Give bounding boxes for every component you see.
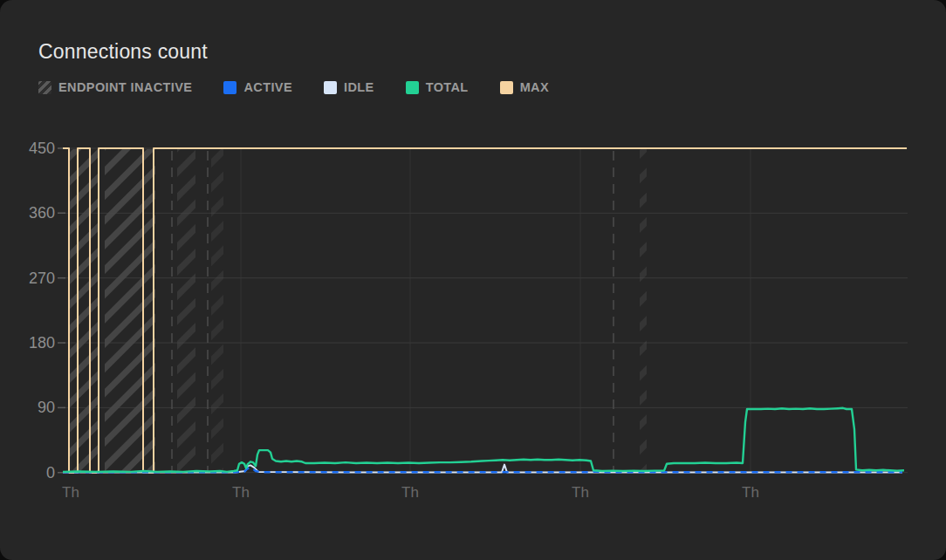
x-tick-label: Th <box>401 484 419 501</box>
x-tick-label: Th <box>232 484 250 501</box>
x-tick-label: Th <box>742 484 759 501</box>
y-tick-label: 450 <box>29 140 55 157</box>
y-tick-label: 90 <box>38 399 55 416</box>
x-tick-label: Th <box>572 484 589 501</box>
endpoint-inactive-band <box>640 149 647 473</box>
y-tick-label: 360 <box>29 204 55 222</box>
y-tick-label: 0 <box>46 464 55 481</box>
endpoint-inactive-band <box>211 149 223 473</box>
x-tick-label: Th <box>62 484 79 501</box>
endpoint-inactive-band <box>105 149 155 473</box>
endpoint-inactive-band <box>177 149 195 473</box>
y-tick-label: 180 <box>29 334 55 352</box>
connections-chart-card: Connections count ENDPOINT INACTIVE ACTI… <box>0 0 946 560</box>
endpoint-inactive-band <box>69 149 99 473</box>
connections-count-chart[interactable]: 090180270360450ThThThThTh <box>0 0 946 560</box>
y-tick-label: 270 <box>29 270 55 287</box>
